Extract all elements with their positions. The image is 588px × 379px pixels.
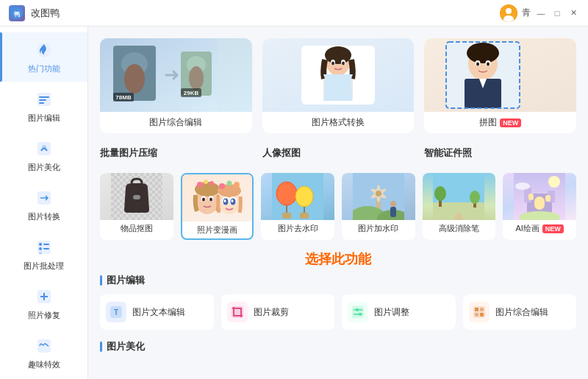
username: 青 — [522, 7, 531, 19]
tool-label-crop: 图片裁剪 — [254, 306, 289, 319]
card-label-remove-wm: 图片去水印 — [261, 220, 334, 237]
card-format-convert[interactable]: 图片格式转换 — [262, 38, 415, 133]
sidebar-item-batch[interactable]: 图片批处理 — [0, 230, 87, 279]
card-ai-erase[interactable]: 高级消除笔 — [423, 173, 496, 240]
card-img-ai-paint — [503, 173, 576, 220]
sidebar-item-convert[interactable]: 图片转换 — [0, 180, 87, 230]
sidebar-label-batch: 图片批处理 — [24, 261, 64, 272]
svg-rect-129 — [480, 313, 484, 316]
svg-rect-126 — [475, 308, 478, 311]
sidebar-item-edit[interactable]: 图片编辑 — [0, 82, 87, 131]
batch-icon — [34, 237, 54, 258]
svg-rect-100 — [390, 207, 396, 217]
card-label-ai-erase: 高级消除笔 — [423, 220, 496, 237]
svg-point-78 — [232, 199, 234, 202]
card-cartoon[interactable]: 照片变漫画 — [181, 173, 254, 240]
svg-rect-113 — [528, 194, 534, 200]
svg-point-96 — [376, 191, 381, 196]
svg-text:29KB: 29KB — [184, 90, 199, 96]
svg-point-46 — [342, 62, 345, 65]
svg-text:T: T — [114, 308, 118, 316]
svg-point-104 — [434, 186, 446, 201]
card-img-collage — [424, 38, 576, 112]
card-label-item-bg: 物品抠图 — [100, 220, 173, 237]
tool-comprehensive[interactable]: 图片综合编辑 — [463, 294, 577, 330]
card-label-collage: 拼图 NEW — [424, 112, 576, 133]
sidebar-item-fun[interactable]: 趣味特效 — [0, 328, 87, 378]
main-layout: 热门功能 图片编辑 图片美化 — [0, 26, 588, 379]
close-button[interactable]: ✕ — [567, 7, 579, 19]
card-img-cartoon — [182, 174, 253, 222]
tool-label-text-edit: 图片文本编辑 — [132, 306, 185, 319]
user-avatar — [500, 4, 517, 22]
tool-text-edit[interactable]: T 图片文本编辑 — [100, 294, 214, 330]
minimize-button[interactable]: — — [535, 7, 547, 19]
tool-crop[interactable]: 图片裁剪 — [221, 294, 335, 330]
svg-point-54 — [487, 63, 490, 66]
svg-rect-114 — [545, 195, 551, 202]
card-comprehensive-edit[interactable]: 78MB 29KB 图片综合编辑 — [100, 38, 252, 133]
svg-rect-13 — [37, 241, 51, 254]
app-title: 改图鸭 — [31, 7, 60, 20]
sidebar-label-beautify: 图片美化 — [28, 162, 60, 173]
beautify-section-header: 图片美化 — [100, 340, 576, 353]
sidebar-item-repair[interactable]: 照片修复 — [0, 279, 87, 328]
adjust-icon — [348, 302, 368, 322]
svg-rect-7 — [39, 96, 49, 98]
card-item-bg[interactable]: 物品抠图 — [100, 173, 173, 240]
title-bar: 鸭 改图鸭 青 — □ ✕ — [0, 0, 588, 26]
section-title-batch: 批量图片压缩 — [100, 146, 252, 160]
card-add-watermark[interactable]: 图片加水印 — [342, 173, 415, 240]
card-img-format — [262, 38, 415, 112]
sidebar-label-hot: 热门功能 — [28, 63, 60, 74]
edit-tools-row: T 图片文本编辑 图片裁剪 — [100, 294, 576, 330]
svg-point-34 — [189, 66, 204, 90]
card-remove-watermark[interactable]: 图片去水印 — [261, 173, 334, 240]
tool-adjust[interactable]: 图片调整 — [342, 294, 456, 330]
svg-point-31 — [124, 64, 145, 93]
edit-icon — [34, 89, 54, 110]
card-img-add-wm — [342, 173, 415, 220]
sidebar-label-fun: 趣味特效 — [28, 359, 60, 370]
svg-point-69 — [204, 180, 208, 184]
card-collage[interactable]: 拼图 NEW — [424, 38, 576, 133]
svg-rect-18 — [43, 248, 49, 249]
sidebar-label-edit: 图片编辑 — [28, 113, 60, 124]
ai-paint-new-badge: NEW — [542, 224, 564, 233]
card-label-add-wm: 图片加水印 — [342, 220, 415, 237]
svg-point-53 — [476, 63, 479, 66]
sidebar-item-beautify[interactable]: 图片美化 — [0, 131, 87, 180]
title-bar-right: 青 — □ ✕ — [500, 4, 579, 22]
svg-point-14 — [39, 243, 42, 246]
maximize-button[interactable]: □ — [551, 7, 563, 19]
card-img-comprehensive: 78MB 29KB — [100, 38, 252, 112]
svg-rect-128 — [475, 313, 478, 316]
svg-point-3 — [506, 8, 512, 14]
card-ai-paint[interactable]: AI绘画 NEW — [503, 173, 576, 240]
edit-section-title: 图片编辑 — [107, 274, 145, 287]
svg-point-66 — [202, 198, 205, 202]
svg-point-99 — [390, 201, 396, 207]
svg-point-122 — [356, 308, 359, 311]
svg-point-124 — [359, 313, 362, 316]
svg-rect-90 — [300, 213, 309, 219]
collage-new-badge: NEW — [500, 118, 521, 127]
svg-point-45 — [331, 62, 334, 65]
crop-icon — [227, 302, 248, 322]
svg-point-42 — [325, 46, 351, 64]
svg-rect-20 — [37, 339, 51, 353]
beautify-section-title: 图片美化 — [107, 340, 145, 353]
convert-icon — [34, 188, 54, 208]
svg-point-108 — [548, 176, 560, 188]
svg-point-68 — [197, 182, 203, 188]
svg-point-49 — [467, 43, 499, 63]
tool-label-adjust: 图片调整 — [374, 306, 409, 319]
text-edit-icon: T — [106, 302, 126, 322]
svg-point-16 — [39, 252, 42, 255]
sidebar: 热门功能 图片编辑 图片美化 — [0, 26, 88, 379]
sidebar-item-hot[interactable]: 热门功能 — [0, 32, 87, 82]
card-label-format: 图片格式转换 — [262, 112, 415, 133]
svg-rect-127 — [480, 308, 484, 311]
beautify-icon — [34, 138, 54, 159]
repair-icon — [34, 286, 54, 307]
